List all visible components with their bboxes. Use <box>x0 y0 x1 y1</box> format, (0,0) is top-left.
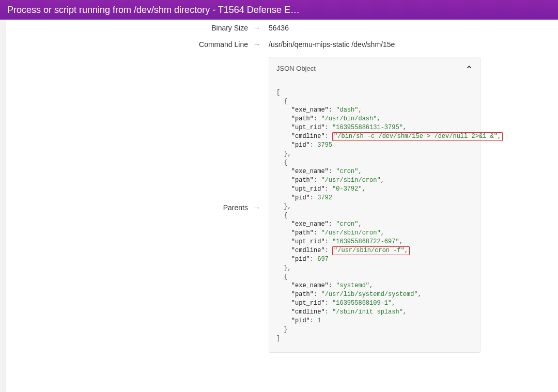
arrow-icon: → <box>253 54 269 212</box>
command-line-value: /usr/bin/qemu-mips-static /dev/shm/15e <box>269 37 558 52</box>
chevron-up-icon[interactable] <box>466 64 473 73</box>
page-title: Process or script running from /dev/shm … <box>7 5 300 15</box>
json-body: [ { "exe_name": "dash", "path": "/usr/bi… <box>269 88 480 352</box>
binary-size-label: Binary Size <box>6 21 253 35</box>
parents-label: Parents <box>6 54 253 212</box>
binary-size-value: 56436 <box>269 21 558 35</box>
arrow-icon: → <box>253 21 269 35</box>
command-line-label: Command Line <box>6 37 253 52</box>
json-panel-title: JSON Object <box>276 65 316 72</box>
row-command-line: Command Line → /usr/bin/qemu-mips-static… <box>6 36 558 53</box>
row-parents: Parents → JSON Object [ { "exe_name": "d… <box>6 53 558 354</box>
json-object-panel: JSON Object [ { "exe_name": "dash", "pat… <box>269 57 481 353</box>
page-header: Process or script running from /dev/shm … <box>0 0 558 20</box>
arrow-icon: → <box>253 37 269 52</box>
row-binary-size: Binary Size → 56436 <box>6 20 558 36</box>
